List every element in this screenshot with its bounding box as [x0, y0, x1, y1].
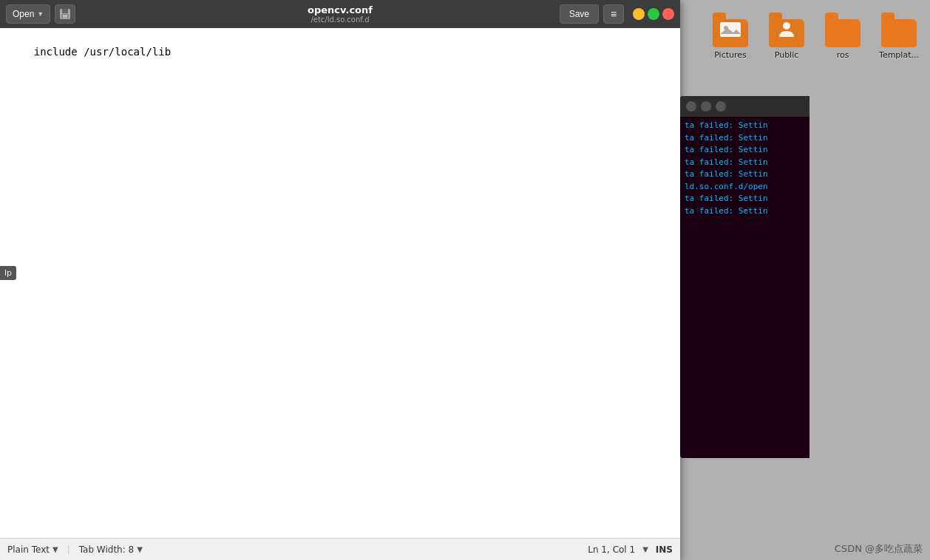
- folder-icon-pictures: [713, 12, 748, 47]
- folder-icon-ros: [825, 12, 861, 47]
- tab-width-label: Tab Width: 8: [79, 544, 134, 555]
- svg-rect-6: [63, 15, 67, 18]
- desktop-icon-pictures-label: Pictures: [714, 50, 747, 60]
- maximize-button[interactable]: [648, 8, 659, 20]
- cursor-position: Ln 1, Col 1: [588, 544, 635, 555]
- status-bar-right: Ln 1, Col 1 ▼ INS: [588, 544, 673, 555]
- term-close-btn[interactable]: [716, 101, 726, 112]
- desktop-icon-templates[interactable]: Templat...: [874, 12, 924, 60]
- watermark: CSDN @多吃点蔬菜: [835, 542, 923, 556]
- term-line-3: ta failed: Settin: [685, 157, 805, 169]
- floppy-icon: [60, 9, 70, 19]
- minimize-button[interactable]: [633, 8, 645, 20]
- window-path: /etc/ld.so.conf.d: [308, 16, 373, 24]
- title-center: opencv.conf /etc/ld.so.conf.d: [308, 4, 373, 24]
- window-controls: [633, 8, 674, 20]
- language-dropdown-arrow[interactable]: ▼: [52, 545, 58, 553]
- term-line-0: ta failed: Settin: [685, 120, 805, 132]
- desktop-icon-templates-label: Templat...: [879, 50, 919, 60]
- svg-point-2: [783, 22, 790, 30]
- editor-content[interactable]: include /usr/local/lib: [0, 28, 680, 538]
- editor-window: Open ▼ opencv.conf /etc/ld.so.conf.d Sav…: [0, 0, 680, 560]
- term-minimize-btn[interactable]: [686, 101, 696, 112]
- desktop-icon-ros-label: ros: [837, 50, 849, 60]
- title-bar: Open ▼ opencv.conf /etc/ld.so.conf.d Sav…: [0, 0, 680, 28]
- term-line-2: ta failed: Settin: [685, 144, 805, 157]
- status-bar-left: Plain Text ▼ | Tab Width: 8 ▼: [7, 544, 143, 555]
- terminal-title-bar: [680, 96, 809, 117]
- term-line-7: ta failed: Settin: [685, 205, 805, 218]
- desktop-icons-area: Pictures Public ros Templat...: [699, 6, 930, 66]
- save-button[interactable]: Save: [560, 4, 599, 24]
- language-mode: Plain Text: [7, 544, 50, 555]
- position-dropdown-arrow[interactable]: ▼: [642, 545, 648, 553]
- term-line-4: ta failed: Settin: [685, 168, 805, 181]
- status-separator-1: |: [67, 544, 70, 555]
- desktop-icon-public-label: Public: [775, 50, 799, 60]
- window-filename: opencv.conf: [308, 4, 373, 16]
- pictures-symbol: [720, 22, 741, 37]
- menu-button[interactable]: ≡: [603, 4, 624, 24]
- open-dropdown-arrow: ▼: [37, 10, 44, 18]
- svg-rect-0: [720, 22, 741, 37]
- title-bar-left: Open ▼: [6, 4, 75, 24]
- insert-mode: INS: [656, 544, 673, 555]
- terminal-content: ta failed: Settin ta failed: Settin ta f…: [680, 117, 809, 458]
- tab-width-dropdown-arrow[interactable]: ▼: [137, 545, 143, 553]
- status-bar: Plain Text ▼ | Tab Width: 8 ▼ Ln 1, Col …: [0, 538, 680, 560]
- folder-icon-templates: [881, 12, 917, 47]
- svg-rect-4: [62, 9, 68, 13]
- public-person-symbol: [777, 21, 796, 38]
- open-button[interactable]: Open ▼: [6, 4, 50, 24]
- tooltip-tab: lp: [0, 266, 16, 280]
- term-maximize-btn[interactable]: [701, 101, 711, 112]
- editor-line-1: include /usr/local/lib: [34, 46, 171, 58]
- desktop-icon-pictures[interactable]: Pictures: [705, 12, 756, 60]
- save-icon-button[interactable]: [55, 4, 75, 24]
- terminal-window: ta failed: Settin ta failed: Settin ta f…: [680, 96, 809, 458]
- term-line-6: ta failed: Settin: [685, 193, 805, 205]
- folder-icon-public: [769, 12, 804, 47]
- desktop-icon-public[interactable]: Public: [761, 12, 812, 60]
- desktop-icon-ros[interactable]: ros: [818, 12, 868, 60]
- term-line-1: ta failed: Settin: [685, 132, 805, 145]
- term-line-5: ld.so.conf.d/open: [685, 181, 805, 194]
- close-button[interactable]: [662, 8, 674, 20]
- title-bar-right: Save ≡: [560, 4, 674, 24]
